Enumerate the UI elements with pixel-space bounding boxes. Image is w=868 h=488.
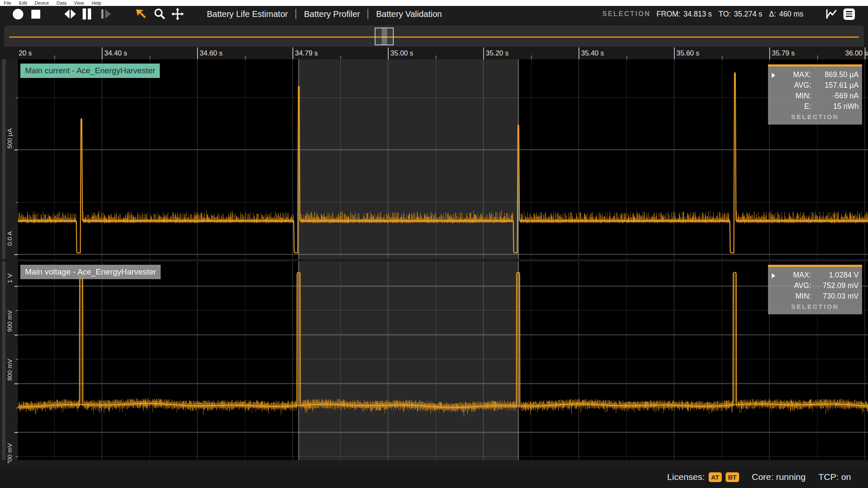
list-view-button[interactable] bbox=[843, 6, 856, 22]
stats-expand-icon[interactable] bbox=[772, 73, 775, 78]
timeline-track bbox=[9, 36, 859, 38]
time-tick-minor bbox=[531, 55, 532, 59]
toolbar: Battery Life EstimatorBattery ProfilerBa… bbox=[0, 6, 868, 22]
stats-row: MAX:1.0284 V bbox=[771, 270, 859, 280]
time-tick-label: 34.60 s bbox=[200, 49, 223, 57]
play-from-button[interactable] bbox=[100, 6, 112, 22]
y-axis-tick bbox=[14, 432, 18, 433]
license-badge-bt: BT bbox=[726, 472, 739, 482]
column-view-icon bbox=[83, 8, 86, 19]
stats-footer: SELECTION bbox=[771, 302, 859, 312]
selection-to-value: 35.274 s bbox=[734, 10, 762, 19]
time-tick-label: 34.40 s bbox=[104, 49, 127, 57]
stop-button[interactable] bbox=[30, 6, 41, 22]
selection-info: SELECTION FROM: 34.813 s TO: 35.274 s Δ:… bbox=[602, 6, 804, 22]
select-cursor-button[interactable] bbox=[134, 6, 147, 22]
time-tick-minor bbox=[817, 55, 818, 59]
time-tick-major bbox=[197, 47, 198, 59]
current-series-label[interactable]: Main current - Ace_EnergyHarvester bbox=[20, 64, 160, 78]
menu-item-view[interactable]: View bbox=[70, 0, 88, 6]
y-axis-tick bbox=[14, 286, 18, 287]
core-status: Core: running bbox=[752, 472, 806, 482]
license-badge-at: AT bbox=[709, 472, 722, 482]
time-tick-label: 35.00 s bbox=[390, 49, 413, 57]
y-axis-tick bbox=[14, 254, 18, 255]
time-tick-major bbox=[483, 47, 484, 59]
time-tick-label: 35.20 s bbox=[486, 49, 509, 57]
menu-item-help[interactable]: Help bbox=[88, 0, 105, 6]
y-axis-tick bbox=[16, 456, 18, 457]
time-tick-major bbox=[769, 47, 770, 59]
timeline-panel[interactable] bbox=[4, 25, 864, 47]
menu-item-edit[interactable]: Edit bbox=[15, 0, 31, 6]
time-axis: 34.20 s34.40 s34.60 s34.79 s35.00 s35.20… bbox=[18, 47, 868, 59]
stop-icon bbox=[31, 10, 40, 19]
stats-row: MIN:-569 nA bbox=[771, 91, 859, 101]
fit-horizontal-icon bbox=[64, 9, 70, 19]
time-tick-label: 36.00 s bbox=[845, 49, 868, 57]
play-from-icon bbox=[101, 9, 103, 19]
pan-tool-button[interactable] bbox=[170, 6, 185, 22]
stats-expand-icon[interactable] bbox=[772, 273, 775, 278]
stats-row: MAX:869.50 µA bbox=[771, 69, 859, 80]
stats-label: E: bbox=[775, 101, 811, 112]
selection-delta-label: Δ: bbox=[769, 10, 776, 19]
selection-from-label: FROM: bbox=[657, 10, 680, 19]
time-tick-minor bbox=[340, 55, 341, 59]
selection-to-label: TO: bbox=[719, 10, 731, 19]
select-cursor-icon bbox=[134, 8, 147, 20]
tab-bar: Battery Life EstimatorBattery ProfilerBa… bbox=[207, 6, 442, 22]
timeline-viewport-handle[interactable] bbox=[375, 28, 394, 45]
tab-battery-life-estimator[interactable]: Battery Life Estimator bbox=[207, 9, 288, 19]
selection-from-value: 34.813 s bbox=[683, 10, 712, 19]
tab-battery-validation[interactable]: Battery Validation bbox=[376, 9, 442, 19]
chart-separator bbox=[0, 259, 868, 261]
y-axis-label: 1 V bbox=[6, 274, 13, 283]
y-axis-tick bbox=[16, 408, 18, 408]
time-tick-minor bbox=[626, 55, 627, 59]
time-tick-label: 35.60 s bbox=[676, 49, 699, 57]
tab-separator bbox=[295, 9, 296, 19]
time-tick-label: 35.40 s bbox=[581, 49, 604, 57]
y-axis-label: 500 µA bbox=[6, 128, 13, 149]
voltage-series-label[interactable]: Main voltage - Ace_EnergyHarvester bbox=[20, 265, 161, 279]
stats-label: MAX: bbox=[775, 270, 811, 280]
menu-item-data[interactable]: Data bbox=[53, 0, 70, 6]
time-tick-minor bbox=[54, 55, 55, 59]
app-window: FileEditDeviceDataViewHelp bbox=[0, 0, 868, 488]
time-tick-minor bbox=[150, 55, 150, 59]
stats-value: 15 nWh bbox=[811, 101, 859, 112]
stats-label: MIN: bbox=[775, 91, 811, 101]
graph-view-button[interactable] bbox=[825, 6, 839, 22]
selection-delta-value: 460 ms bbox=[779, 10, 803, 19]
tab-battery-profiler[interactable]: Battery Profiler bbox=[304, 9, 360, 19]
y-axis-tick bbox=[16, 359, 18, 360]
status-bar: Licenses: ATBT Core: running TCP: on bbox=[0, 466, 868, 488]
zoom-tool-button[interactable] bbox=[153, 6, 166, 22]
timeline-handle-grip[interactable] bbox=[381, 28, 387, 44]
time-tick-major bbox=[388, 47, 389, 59]
menu-item-file[interactable]: File bbox=[0, 0, 15, 6]
fit-horizontal-button[interactable] bbox=[64, 6, 76, 22]
y-axis-tick bbox=[14, 335, 18, 336]
stats-row: MIN:730.03 mV bbox=[771, 291, 859, 302]
stats-value: -569 nA bbox=[811, 91, 859, 101]
y-axis-label: 900 mV bbox=[6, 310, 13, 332]
current-stats-box: MAX:869.50 µAAVG:157.61 µAMIN:-569 nAE:1… bbox=[768, 64, 862, 125]
stats-value: 157.61 µA bbox=[811, 80, 859, 91]
stats-value: 752.09 mV bbox=[811, 280, 859, 291]
y-axis-tick bbox=[14, 150, 18, 150]
y-axis-label: 800 mV bbox=[6, 359, 13, 381]
stats-label: AVG: bbox=[775, 80, 811, 91]
stats-row: AVG:157.61 µA bbox=[771, 80, 859, 91]
menu-item-device[interactable]: Device bbox=[31, 0, 53, 6]
y-axis-tick bbox=[16, 97, 18, 98]
stats-row: E:15 nWh bbox=[771, 101, 859, 112]
voltage-chart-canvas[interactable] bbox=[0, 261, 868, 463]
y-axis-tick bbox=[16, 202, 18, 203]
charts-bottom-strip bbox=[0, 460, 868, 463]
current-chart-canvas[interactable] bbox=[0, 59, 868, 259]
record-button[interactable] bbox=[12, 6, 24, 22]
y-axis-label: 700 mV bbox=[6, 443, 13, 463]
column-view-button[interactable] bbox=[81, 6, 92, 22]
